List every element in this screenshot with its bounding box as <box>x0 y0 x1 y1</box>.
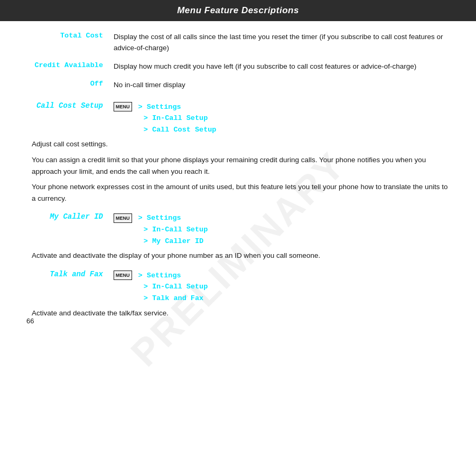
menu-path-call-cost-setup: MENU > Settings > In-Call Setup > Call C… <box>114 101 450 136</box>
section-desc-call-cost-p2: You can assign a credit limit so that yo… <box>32 154 450 177</box>
section-title-my-caller-id: My Caller ID <box>32 212 114 221</box>
desc-total-cost: Display the cost of all calls since the … <box>114 32 450 54</box>
header: Menu Feature Descriptions <box>0 0 476 21</box>
menu-icon-talk-and-fax: MENU <box>114 270 132 280</box>
definition-total-cost: Total Cost Display the cost of all calls… <box>32 32 450 54</box>
section-desc-call-cost-p1: Adjust call cost settings. <box>32 138 450 150</box>
menu-icon-call-cost: MENU <box>114 102 132 111</box>
section-desc-my-caller-id: Activate and deactivate the display of y… <box>32 250 450 262</box>
section-call-cost-setup: Call Cost Setup MENU > Settings > In-Cal… <box>32 101 450 136</box>
term-total-cost: Total Cost <box>32 32 114 54</box>
menu-path-talk-and-fax: MENU > Settings > In-Call Setup > Talk a… <box>114 270 450 304</box>
section-desc-talk-and-fax: Activate and deactivate the talk/fax ser… <box>32 307 450 319</box>
section-title-call-cost-setup: Call Cost Setup <box>32 101 114 110</box>
definition-off: Off No in-call timer display <box>32 80 450 91</box>
menu-path-my-caller-id: MENU > Settings > In-Call Setup > My Cal… <box>114 212 450 247</box>
section-talk-and-fax: Talk and Fax MENU > Settings > In-Call S… <box>32 270 450 304</box>
section-title-talk-and-fax: Talk and Fax <box>32 270 114 278</box>
section-desc-call-cost-p3: Your phone network expresses cost in the… <box>32 181 450 204</box>
term-off: Off <box>32 80 114 91</box>
term-credit-available: Credit Available <box>32 61 114 72</box>
definition-credit-available: Credit Available Display how much credit… <box>32 61 450 72</box>
desc-off: No in-call timer display <box>114 80 450 91</box>
section-my-caller-id: My Caller ID MENU > Settings > In-Call S… <box>32 212 450 247</box>
page-title: Menu Feature Descriptions <box>0 0 476 21</box>
desc-credit-available: Display how much credit you have left (i… <box>114 61 450 72</box>
menu-icon-my-caller-id: MENU <box>114 213 132 223</box>
